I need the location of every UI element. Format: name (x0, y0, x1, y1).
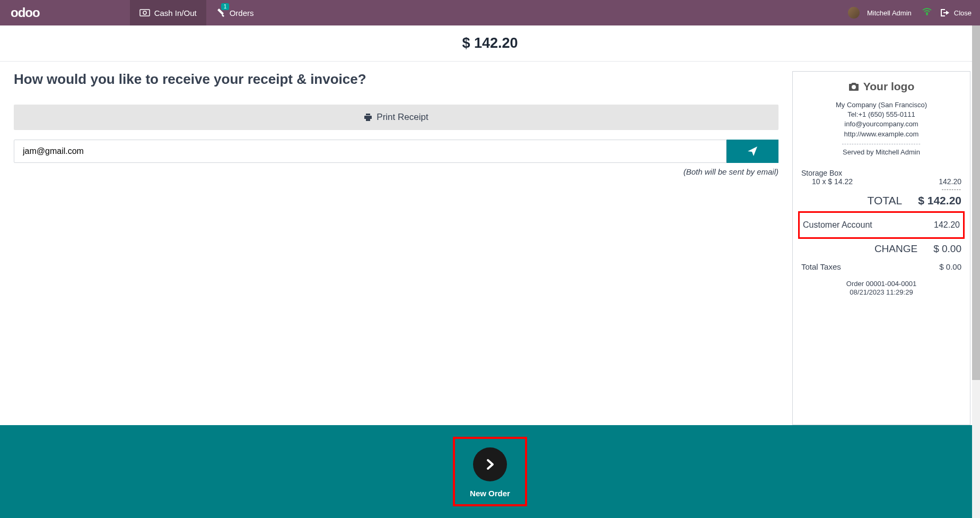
close-label: Close (954, 9, 972, 17)
taxes-value: $ 0.00 (939, 262, 961, 271)
receipt-total-label: TOTAL (801, 194, 918, 207)
camera-icon (848, 82, 859, 91)
odoo-logo[interactable]: odoo (0, 5, 50, 20)
send-icon (747, 146, 758, 157)
change-label: CHANGE (801, 243, 933, 255)
receipt-item-qty: 10 x $ 14.22 (812, 177, 853, 186)
cash-icon (139, 9, 150, 16)
avatar (848, 7, 860, 19)
payment-amount: 142.20 (934, 220, 960, 230)
scrollbar[interactable] (972, 25, 980, 425)
receipt-item-divider: -------- (801, 186, 961, 192)
close-button[interactable]: Close (938, 0, 980, 25)
order-number: Order 00001-004-0001 (801, 280, 961, 288)
receipt-item-amount: 142.20 (939, 177, 961, 186)
receipt-served-by: Served by Mitchell Admin (801, 148, 961, 157)
receipt-item-name: Storage Box (801, 169, 961, 177)
cash-in-out-button[interactable]: Cash In/Out (130, 0, 206, 25)
svg-rect-0 (140, 10, 150, 16)
taxes-label: Total Taxes (801, 262, 841, 271)
receipt-question: How would you like to receive your recei… (14, 71, 778, 88)
orders-badge: 1 (221, 3, 230, 10)
signout-icon (940, 8, 950, 17)
scrollbar-thumb[interactable] (972, 25, 980, 380)
receipt-preview: Your logo My Company (San Francisco) Tel… (792, 71, 970, 425)
orders-label: Orders (230, 8, 254, 18)
send-email-button[interactable] (727, 140, 778, 163)
user-name: Mitchell Admin (867, 9, 912, 17)
print-receipt-button[interactable]: Print Receipt (14, 105, 778, 130)
change-value: $ 0.00 (933, 243, 961, 255)
cash-in-out-label: Cash In/Out (154, 8, 197, 18)
total-amount: $ 142.20 (0, 25, 980, 62)
receipt-tel: Tel:+1 (650) 555-0111 (801, 110, 961, 119)
customer-account-highlight: Customer Account 142.20 (798, 211, 965, 239)
receipt-divider: -------------------------------- (801, 140, 961, 146)
user-menu[interactable]: Mitchell Admin (844, 0, 916, 25)
receipt-email: info@yourcompany.com (801, 119, 961, 129)
receipt-logo-placeholder: Your logo (801, 80, 961, 93)
print-label: Print Receipt (377, 112, 428, 123)
top-header: odoo Cash In/Out 1 Orders Mitchell Admin… (0, 0, 980, 25)
order-date: 08/21/2023 11:29:29 (801, 288, 961, 297)
svg-point-1 (143, 11, 146, 14)
svg-point-2 (926, 14, 928, 15)
wifi-icon (922, 8, 932, 18)
receipt-total-value: $ 142.20 (918, 194, 961, 207)
receipt-company: My Company (San Francisco) (801, 100, 961, 110)
payment-method: Customer Account (803, 220, 872, 230)
receipt-website: http://www.example.com (801, 130, 961, 139)
email-note: (Both will be sent by email) (14, 167, 778, 176)
print-icon (364, 113, 372, 122)
orders-button[interactable]: 1 Orders (206, 0, 264, 25)
email-input[interactable] (14, 140, 727, 163)
